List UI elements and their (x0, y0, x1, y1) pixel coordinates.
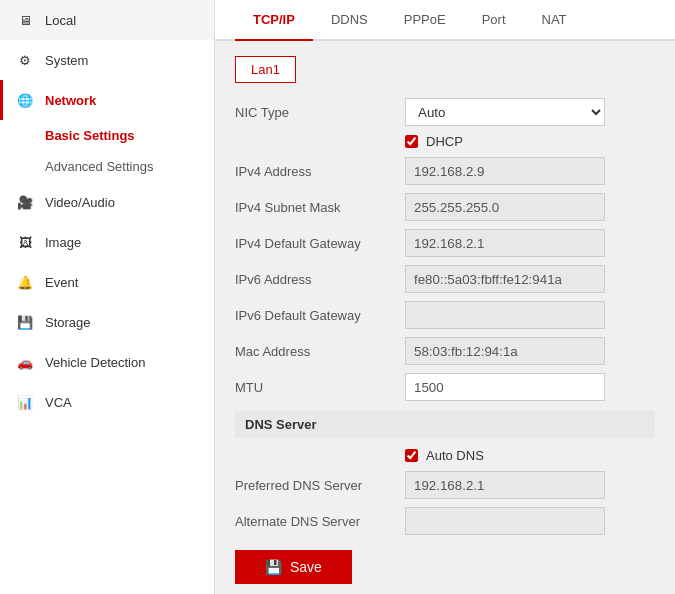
subnet-row: IPv4 Subnet Mask (235, 193, 655, 221)
sidebar: 🖥 Local ⚙ System 🌐 Network Basic Setting… (0, 0, 215, 594)
sidebar-item-vehicle-detection[interactable]: 🚗 Vehicle Detection (0, 342, 214, 382)
subnet-input[interactable] (405, 193, 605, 221)
vca-icon: 📊 (15, 392, 35, 412)
lan-tab-bar: Lan1 (235, 56, 655, 83)
alternate-dns-row: Alternate DNS Server (235, 507, 655, 535)
mac-row: Mac Address (235, 337, 655, 365)
globe-icon: 🌐 (15, 90, 35, 110)
tab-pppoe[interactable]: PPPoE (386, 0, 464, 41)
gateway-row: IPv4 Default Gateway (235, 229, 655, 257)
mac-input[interactable] (405, 337, 605, 365)
sidebar-label-system: System (45, 53, 88, 68)
sidebar-label-vca: VCA (45, 395, 72, 410)
sidebar-item-image[interactable]: 🖼 Image (0, 222, 214, 262)
preferred-dns-row: Preferred DNS Server (235, 471, 655, 499)
tab-port[interactable]: Port (464, 0, 524, 41)
storage-icon: 💾 (15, 312, 35, 332)
image-icon: 🖼 (15, 232, 35, 252)
tab-ddns[interactable]: DDNS (313, 0, 386, 41)
dhcp-checkbox[interactable] (405, 135, 418, 148)
gateway-label: IPv4 Default Gateway (235, 236, 405, 251)
sidebar-label-network: Network (45, 93, 96, 108)
sidebar-label-video-audio: Video/Audio (45, 195, 115, 210)
save-label: Save (290, 559, 322, 575)
mtu-input[interactable] (405, 373, 605, 401)
subnet-label: IPv4 Subnet Mask (235, 200, 405, 215)
alternate-dns-label: Alternate DNS Server (235, 514, 405, 529)
ipv4-label: IPv4 Address (235, 164, 405, 179)
tab-tcpip[interactable]: TCP/IP (235, 0, 313, 41)
sidebar-item-local[interactable]: 🖥 Local (0, 0, 214, 40)
nic-type-select[interactable]: Auto 10M Half 10M Full 100M Half 100M Fu… (405, 98, 605, 126)
ipv6-gateway-label: IPv6 Default Gateway (235, 308, 405, 323)
dhcp-row: DHCP (405, 134, 655, 149)
car-icon: 🚗 (15, 352, 35, 372)
ipv6-row: IPv6 Address (235, 265, 655, 293)
preferred-dns-input[interactable] (405, 471, 605, 499)
sidebar-label-storage: Storage (45, 315, 91, 330)
video-icon: 🎥 (15, 192, 35, 212)
sidebar-label-advanced-settings: Advanced Settings (45, 159, 153, 174)
save-icon: 💾 (265, 559, 282, 575)
auto-dns-label: Auto DNS (426, 448, 484, 463)
save-button[interactable]: 💾 Save (235, 550, 352, 584)
sidebar-item-system[interactable]: ⚙ System (0, 40, 214, 80)
mtu-label: MTU (235, 380, 405, 395)
nic-type-row: NIC Type Auto 10M Half 10M Full 100M Hal… (235, 98, 655, 126)
gear-icon: ⚙ (15, 50, 35, 70)
auto-dns-checkbox[interactable] (405, 449, 418, 462)
mac-label: Mac Address (235, 344, 405, 359)
sidebar-sub-basic-settings[interactable]: Basic Settings (0, 120, 214, 151)
dhcp-label: DHCP (426, 134, 463, 149)
ipv6-gateway-input[interactable] (405, 301, 605, 329)
sidebar-item-vca[interactable]: 📊 VCA (0, 382, 214, 422)
nic-type-label: NIC Type (235, 105, 405, 120)
tab-bar: TCP/IP DDNS PPPoE Port NAT (215, 0, 675, 41)
ipv6-gateway-row: IPv6 Default Gateway (235, 301, 655, 329)
sidebar-item-video-audio[interactable]: 🎥 Video/Audio (0, 182, 214, 222)
sidebar-label-basic-settings: Basic Settings (45, 128, 135, 143)
dns-section-header: DNS Server (235, 411, 655, 438)
ipv6-input[interactable] (405, 265, 605, 293)
gateway-input[interactable] (405, 229, 605, 257)
bell-icon: 🔔 (15, 272, 35, 292)
auto-dns-row: Auto DNS (405, 448, 655, 463)
ipv4-input[interactable] (405, 157, 605, 185)
mtu-row: MTU (235, 373, 655, 401)
lan-tab-1[interactable]: Lan1 (235, 56, 296, 83)
ipv6-label: IPv6 Address (235, 272, 405, 287)
sidebar-label-image: Image (45, 235, 81, 250)
sidebar-label-local: Local (45, 13, 76, 28)
tab-nat[interactable]: NAT (524, 0, 585, 41)
alternate-dns-input[interactable] (405, 507, 605, 535)
ipv4-row: IPv4 Address (235, 157, 655, 185)
sidebar-item-network[interactable]: 🌐 Network (0, 80, 214, 120)
preferred-dns-label: Preferred DNS Server (235, 478, 405, 493)
sidebar-label-event: Event (45, 275, 78, 290)
main-content: TCP/IP DDNS PPPoE Port NAT Lan1 NIC Type… (215, 0, 675, 594)
monitor-icon: 🖥 (15, 10, 35, 30)
content-area: Lan1 NIC Type Auto 10M Half 10M Full 100… (215, 41, 675, 594)
sidebar-label-vehicle-detection: Vehicle Detection (45, 355, 145, 370)
sidebar-item-storage[interactable]: 💾 Storage (0, 302, 214, 342)
sidebar-item-event[interactable]: 🔔 Event (0, 262, 214, 302)
sidebar-sub-advanced-settings[interactable]: Advanced Settings (0, 151, 214, 182)
